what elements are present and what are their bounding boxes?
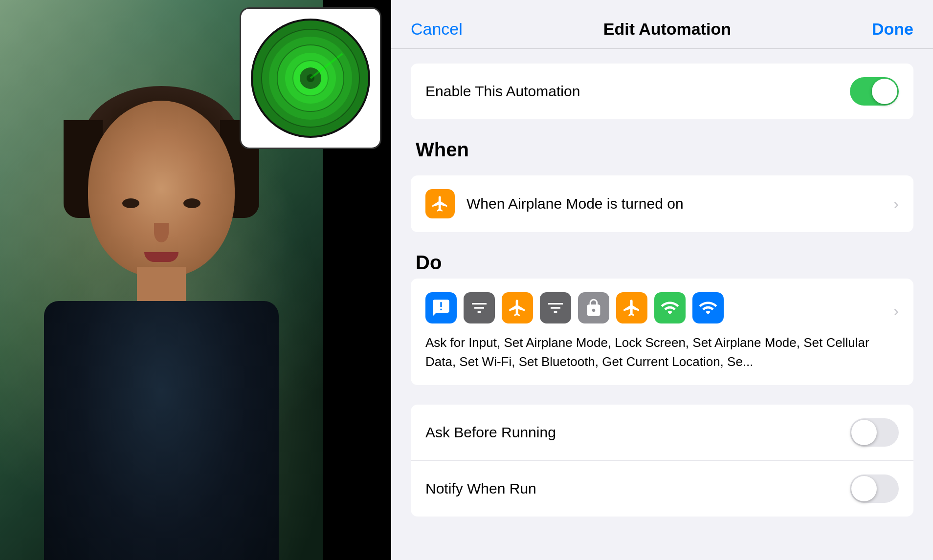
when-trigger-row[interactable]: When Airplane Mode is turned on › xyxy=(411,175,913,232)
bottom-toggles-card: Ask Before Running Notify When Run xyxy=(411,405,913,517)
ask-before-running-row: Ask Before Running xyxy=(411,405,913,461)
do-section-header: Do xyxy=(416,252,913,274)
airplane2-icon xyxy=(622,298,642,318)
notify-when-run-row: Notify When Run xyxy=(411,461,913,517)
filter-icon xyxy=(469,298,489,318)
filter2-icon-svg xyxy=(546,298,565,318)
cancel-button[interactable]: Cancel xyxy=(411,20,463,39)
actions-card: Ask for Input, Set Airplane Mode, Lock S… xyxy=(411,279,913,385)
toggle-knob xyxy=(872,79,897,104)
actions-row-inner[interactable]: Ask for Input, Set Airplane Mode, Lock S… xyxy=(425,292,899,371)
cellular-data-icon xyxy=(654,292,686,323)
wifi-icon xyxy=(698,298,718,318)
cellular-icon xyxy=(660,298,680,318)
done-button[interactable]: Done xyxy=(872,20,913,39)
bottom-section: Ask Before Running Notify When Run xyxy=(411,405,913,517)
airplane-mode-icon xyxy=(502,292,533,323)
when-trigger-text: When Airplane Mode is turned on xyxy=(466,195,889,212)
content-area: Enable This Automation When When Airplan… xyxy=(391,64,933,517)
lock-icon xyxy=(584,298,603,318)
ask-before-running-label: Ask Before Running xyxy=(425,424,850,441)
airplane-badge xyxy=(425,189,455,218)
filter2-icon xyxy=(540,292,571,323)
notify-when-run-toggle[interactable] xyxy=(850,474,899,503)
nose xyxy=(154,223,169,242)
airplane-trigger-icon xyxy=(431,194,449,213)
message-icon xyxy=(431,298,451,318)
actions-content: Ask for Input, Set Airplane Mode, Lock S… xyxy=(425,292,889,371)
action-description-text: Ask for Input, Set Airplane Mode, Lock S… xyxy=(425,335,869,369)
eye-right xyxy=(183,198,200,208)
eye-left xyxy=(122,198,139,208)
set-filter-icon xyxy=(464,292,495,323)
phone-ui: Cancel Edit Automation Done Enable This … xyxy=(391,0,933,560)
app-icon-container xyxy=(240,7,381,149)
find-my-icon xyxy=(247,15,374,142)
enable-automation-row: Enable This Automation xyxy=(411,64,913,119)
ask-before-running-toggle[interactable] xyxy=(850,418,899,447)
do-chevron-icon: › xyxy=(893,302,899,320)
ask-input-icon xyxy=(425,292,457,323)
notify-when-run-label: Notify When Run xyxy=(425,480,850,497)
airplane-mode2-icon xyxy=(616,292,647,323)
enable-automation-label: Enable This Automation xyxy=(425,83,850,100)
when-section-header: When xyxy=(416,139,913,161)
when-card: When Airplane Mode is turned on › xyxy=(411,175,913,232)
action-icons-row xyxy=(425,292,889,323)
when-chevron-icon: › xyxy=(893,195,899,213)
mouth xyxy=(144,252,178,262)
lock-screen-icon xyxy=(578,292,609,323)
enable-automation-toggle[interactable] xyxy=(850,77,899,106)
face xyxy=(88,101,235,277)
ask-toggle-knob xyxy=(851,420,877,445)
wifi-icon-badge xyxy=(692,292,724,323)
edit-automation-title: Edit Automation xyxy=(603,20,731,39)
airplane-icon xyxy=(508,298,527,318)
nav-bar: Cancel Edit Automation Done xyxy=(391,0,933,49)
body xyxy=(44,301,279,560)
notify-toggle-knob xyxy=(851,476,877,501)
enable-automation-card: Enable This Automation xyxy=(411,64,913,119)
